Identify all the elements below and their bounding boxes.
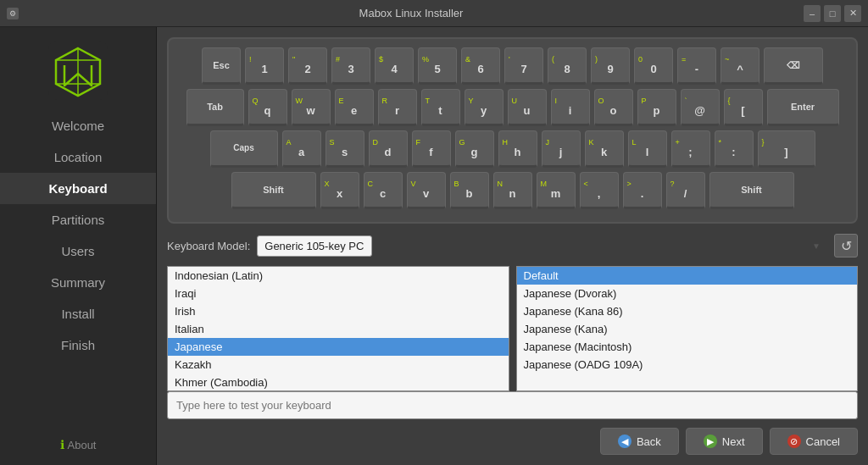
key-f[interactable]: Ff (412, 130, 451, 168)
key-5[interactable]: %5 (418, 47, 457, 85)
variant-item-oadg[interactable]: Japanese (OADG 109A) (517, 356, 858, 374)
key-8[interactable]: (8 (548, 47, 587, 85)
key-0[interactable]: 00 (634, 47, 673, 85)
keyboard-model-refresh-button[interactable]: ↺ (834, 234, 858, 257)
key-2[interactable]: "2 (288, 47, 327, 85)
key-i[interactable]: Ii (551, 89, 590, 126)
key-b[interactable]: Bb (450, 172, 489, 209)
back-icon: ◀ (618, 435, 632, 448)
bottom-bar: ◀ Back ▶ Next ⊘ Cancel (167, 428, 858, 455)
kb-row-4: Shift Xx Cc Vv Bb Nn Mm <, >. ?/ Shift (181, 172, 844, 209)
key-9[interactable]: )9 (591, 47, 630, 85)
key-1[interactable]: !1 (245, 47, 284, 85)
key-j[interactable]: Jj (542, 130, 581, 168)
key-v[interactable]: Vv (407, 172, 446, 209)
key-colon[interactable]: *: (715, 130, 754, 168)
kb-row-2: Tab Qq Ww Ee Rr Tt Yy Uu Ii Oo Pp `@ {[ … (181, 89, 844, 126)
key-o[interactable]: Oo (594, 89, 633, 126)
key-bracket[interactable]: {[ (724, 89, 763, 126)
sidebar-item-keyboard[interactable]: Keyboard (0, 173, 156, 204)
key-n[interactable]: Nn (493, 172, 532, 209)
key-tab[interactable]: Tab (186, 89, 244, 126)
key-a[interactable]: Aa (282, 130, 321, 168)
key-r[interactable]: Rr (378, 89, 417, 126)
key-p[interactable]: Pp (637, 89, 676, 126)
key-e[interactable]: Ee (335, 89, 374, 126)
key-backslash[interactable]: }] (758, 130, 815, 168)
sidebar-item-summary[interactable]: Summary (0, 267, 156, 298)
close-button[interactable]: ✕ (844, 5, 861, 22)
key-backspace[interactable]: ⌫ (764, 47, 823, 85)
titlebar-title: Mabox Linux Installer (19, 7, 804, 19)
cancel-button[interactable]: ⊘ Cancel (770, 428, 858, 455)
key-k[interactable]: Kk (585, 130, 624, 168)
lists-wrapper: Indonesian (Latin) Iraqi Irish Italian J… (167, 266, 858, 391)
next-button[interactable]: ▶ Next (686, 428, 763, 455)
keyboard-model-select[interactable]: Generic 105-key PC (257, 235, 372, 257)
key-u[interactable]: Uu (508, 89, 547, 126)
key-s[interactable]: Ss (326, 130, 364, 168)
sidebar-item-install[interactable]: Install (0, 298, 156, 329)
keyboard-model-label: Keyboard Model: (167, 240, 250, 252)
key-q[interactable]: Qq (248, 89, 287, 126)
list-item-indonesian[interactable]: Indonesian (Latin) (168, 267, 509, 285)
list-item-iraqi[interactable]: Iraqi (168, 285, 509, 302)
maximize-button[interactable]: □ (824, 5, 841, 22)
keyboard-test-input[interactable] (167, 391, 858, 419)
key-6[interactable]: &6 (461, 47, 500, 85)
key-l[interactable]: Ll (628, 130, 667, 168)
key-h[interactable]: Hh (498, 130, 537, 168)
minimize-button[interactable]: – (804, 5, 821, 22)
key-m[interactable]: Mm (537, 172, 576, 209)
list-item-irish[interactable]: Irish (168, 302, 509, 320)
key-7[interactable]: '7 (504, 47, 543, 85)
variant-item-default[interactable]: Default (517, 267, 858, 285)
key-w[interactable]: Ww (292, 89, 331, 126)
variant-item-kana86[interactable]: Japanese (Kana 86) (517, 302, 858, 320)
key-y[interactable]: Yy (465, 89, 504, 126)
key-esc[interactable]: Esc (202, 47, 241, 85)
next-icon: ▶ (704, 435, 717, 448)
key-caret[interactable]: ~^ (721, 47, 760, 85)
key-t[interactable]: Tt (421, 89, 460, 126)
list-item-japanese[interactable]: Japanese (168, 338, 509, 356)
key-c[interactable]: Cc (364, 172, 403, 209)
key-minus[interactable]: =- (677, 47, 716, 85)
key-caps[interactable]: Caps (210, 130, 278, 168)
key-semicolon[interactable]: +; (671, 130, 710, 168)
key-period[interactable]: >. (623, 172, 662, 209)
variant-list[interactable]: Default Japanese (Dvorak) Japanese (Kana… (517, 267, 858, 390)
key-enter[interactable]: Enter (767, 89, 839, 126)
window-buttons: – □ ✕ (804, 5, 861, 22)
sidebar-item-location[interactable]: Location (0, 141, 156, 173)
list-item-italian[interactable]: Italian (168, 320, 509, 338)
key-comma[interactable]: <, (580, 172, 619, 209)
variant-item-dvorak[interactable]: Japanese (Dvorak) (517, 285, 858, 302)
list-item-kazakh[interactable]: Kazakh (168, 356, 509, 374)
key-3[interactable]: #3 (331, 47, 370, 85)
key-shift-l[interactable]: Shift (231, 172, 316, 209)
list-item-khmer[interactable]: Khmer (Cambodia) (168, 374, 509, 390)
keyboard-model-row: Keyboard Model: Generic 105-key PC ↺ (167, 234, 858, 257)
key-slash[interactable]: ?/ (666, 172, 705, 209)
sidebar-item-welcome[interactable]: Welcome (0, 110, 156, 141)
titlebar-settings-btn[interactable]: ⚙ (7, 8, 19, 19)
back-button[interactable]: ◀ Back (600, 428, 679, 455)
key-at[interactable]: `@ (681, 89, 720, 126)
language-list-wrap: Indonesian (Latin) Iraqi Irish Italian J… (167, 266, 509, 391)
sidebar-item-finish[interactable]: Finish (0, 329, 156, 361)
about-button[interactable]: ℹ About (53, 431, 103, 458)
variant-item-kana[interactable]: Japanese (Kana) (517, 320, 858, 338)
key-x[interactable]: Xx (320, 172, 359, 209)
key-g[interactable]: Gg (455, 130, 494, 168)
keyboard-visual: Esc !1 "2 #3 $4 %5 &6 '7 (8 )9 00 =- ~^ … (167, 37, 858, 224)
sidebar-item-partitions[interactable]: Partitions (0, 204, 156, 235)
key-shift-r[interactable]: Shift (709, 172, 794, 209)
variant-item-macintosh[interactable]: Japanese (Macintosh) (517, 338, 858, 356)
cancel-icon: ⊘ (787, 435, 801, 448)
language-list[interactable]: Indonesian (Latin) Iraqi Irish Italian J… (168, 267, 509, 390)
variant-list-wrap: Default Japanese (Dvorak) Japanese (Kana… (516, 266, 859, 391)
key-d[interactable]: Dd (369, 130, 408, 168)
sidebar-item-users[interactable]: Users (0, 235, 156, 267)
key-4[interactable]: $4 (375, 47, 414, 85)
